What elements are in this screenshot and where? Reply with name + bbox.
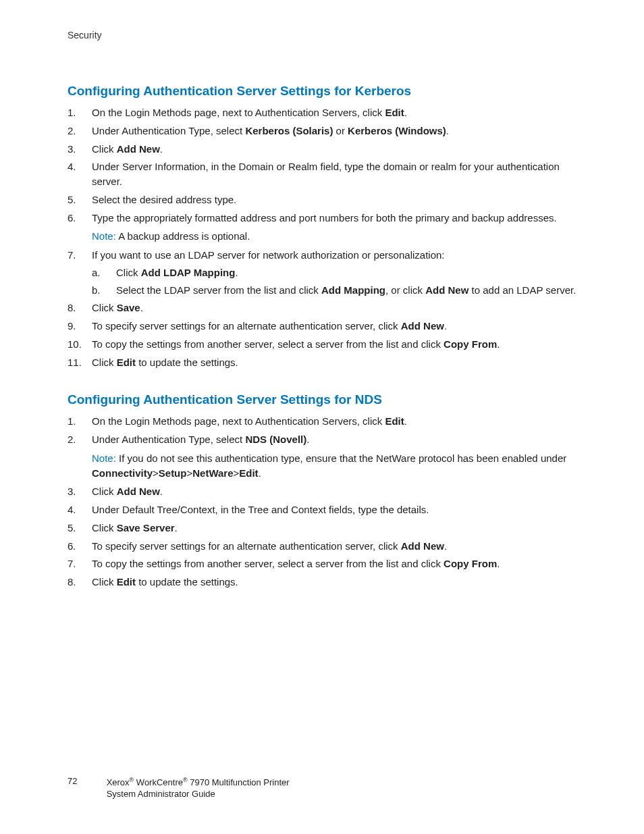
step-item: Click Add New. (68, 142, 576, 157)
note-label: Note: (92, 230, 116, 242)
step-item: Click Edit to update the settings. (68, 575, 576, 590)
footer-subtitle: System Administrator Guide (107, 789, 215, 799)
section: Configuring Authentication Server Settin… (68, 392, 576, 590)
substep-item: Click Add LDAP Mapping. (92, 265, 576, 280)
note: Note: A backup address is optional. (92, 229, 576, 244)
content: Configuring Authentication Server Settin… (68, 84, 576, 590)
bold-term: Add New (401, 320, 444, 332)
step-item: On the Login Methods page, next to Authe… (68, 414, 576, 429)
footer-product: 7970 Multifunction Printer (188, 777, 290, 787)
step-item: Click Save Server. (68, 521, 576, 536)
substep-list: Click Add LDAP Mapping.Select the LDAP s… (92, 265, 576, 298)
bold-term: Edit (117, 357, 136, 368)
bold-term: Kerberos (Solaris) (245, 125, 333, 136)
step-list: On the Login Methods page, next to Authe… (68, 105, 576, 369)
bold-term: Edit (239, 467, 258, 479)
step-item: Under Authentication Type, select NDS (N… (68, 432, 576, 480)
step-item: Type the appropriately formatted address… (68, 211, 576, 244)
step-item: Click Edit to update the settings. (68, 355, 576, 370)
step-item: On the Login Methods page, next to Authe… (68, 105, 576, 120)
bold-term: Add New (117, 486, 160, 497)
page-number: 72 (68, 776, 104, 786)
step-list: On the Login Methods page, next to Authe… (68, 414, 576, 590)
bold-term: Add LDAP Mapping (141, 267, 236, 278)
step-item: To specify server settings for an altern… (68, 539, 576, 554)
footer-brand-1: Xerox (107, 777, 130, 787)
bold-term: NetWare (192, 467, 233, 479)
bold-term: NDS (Novell) (245, 434, 306, 445)
step-item: Select the desired address type. (68, 192, 576, 207)
section-heading: Configuring Authentication Server Settin… (68, 392, 576, 407)
footer-brand-2: WorkCentre (134, 777, 183, 787)
registered-icon: ® (183, 777, 188, 783)
bold-term: Copy From (444, 558, 497, 569)
step-item: Under Authentication Type, select Kerber… (68, 124, 576, 138)
section: Configuring Authentication Server Settin… (68, 84, 576, 369)
bold-term: Add New (425, 284, 468, 296)
step-item: Click Add New. (68, 484, 576, 499)
bold-term: Setup (159, 467, 187, 479)
step-item: Under Default Tree/Context, in the Tree … (68, 502, 576, 517)
note: Note: If you do not see this authenticat… (92, 451, 576, 481)
running-header: Security (68, 30, 576, 41)
footer: 72 Xerox® WorkCentre® 7970 Multifunction… (68, 776, 576, 800)
footer-text: Xerox® WorkCentre® 7970 Multifunction Pr… (107, 776, 290, 800)
bold-term: Add New (117, 143, 160, 155)
step-item: To copy the settings from another server… (68, 556, 576, 571)
step-item: To copy the settings from another server… (68, 337, 576, 352)
section-heading: Configuring Authentication Server Settin… (68, 84, 576, 99)
bold-term: Save (117, 302, 140, 313)
bold-term: Copy From (444, 338, 497, 350)
step-item: To specify server settings for an altern… (68, 319, 576, 334)
bold-term: Add Mapping (321, 284, 385, 296)
bold-term: Kerberos (Windows) (348, 125, 446, 136)
bold-term: Edit (385, 415, 404, 427)
bold-term: Save Server (117, 522, 175, 533)
step-item: Click Save. (68, 301, 576, 315)
step-item: If you want to use an LDAP server for ne… (68, 248, 576, 297)
bold-term: Edit (385, 107, 404, 118)
page: Security Configuring Authentication Serv… (0, 0, 644, 834)
step-item: Under Server Information, in the Domain … (68, 159, 576, 189)
substep-item: Select the LDAP server from the list and… (92, 283, 576, 298)
note-label: Note: (92, 452, 116, 464)
bold-term: Edit (117, 576, 136, 588)
bold-term: Add New (401, 540, 444, 552)
bold-term: Connectivity (92, 467, 153, 479)
